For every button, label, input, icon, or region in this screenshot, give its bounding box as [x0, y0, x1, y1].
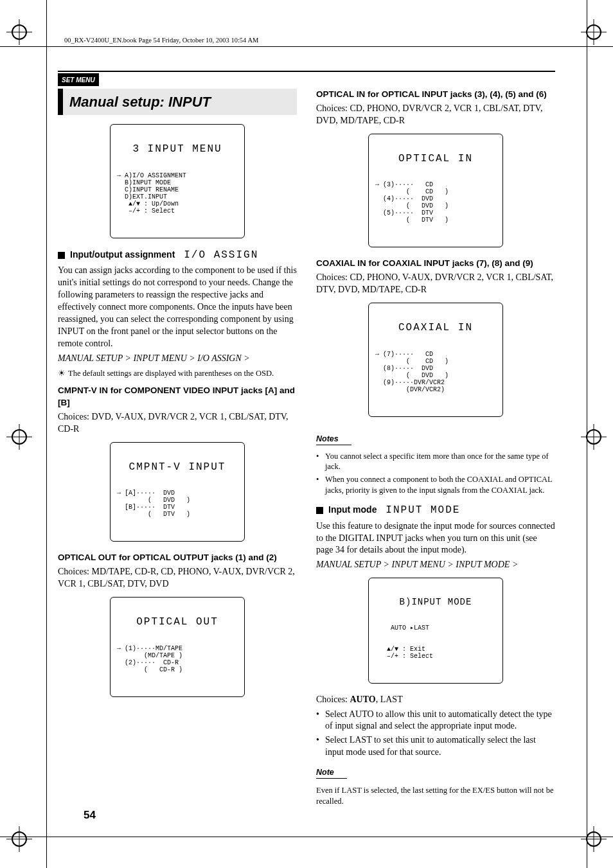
section-rule: [58, 71, 555, 72]
crop-line-left: [46, 0, 47, 868]
optical-in-heading: OPTICAL IN for OPTICAL INPUT jacks (3), …: [316, 89, 555, 100]
osd-title: OPTICAL OUT: [117, 617, 238, 628]
notes-label: Notes: [316, 434, 351, 445]
io-assign-tip: The default settings are displayed with …: [58, 368, 297, 379]
section-bar: SET MENU: [58, 73, 99, 86]
optical-out-choices: Choices: MD/TAPE, CD-R, CD, PHONO, V-AUX…: [58, 566, 297, 590]
input-mode-heading: Input mode INPUT MODE: [316, 504, 555, 518]
io-assign-para: You can assign jacks according to the co…: [58, 265, 297, 350]
right-column: OPTICAL IN for OPTICAL INPUT jacks (3), …: [316, 89, 555, 810]
registration-mark-icon: [6, 424, 32, 450]
osd-body: → (1)·····MD/TAPE (MD/TAPE ) (2)····· CD…: [117, 645, 238, 673]
input-mode-bullets: Select AUTO to allow this unit to automa…: [316, 709, 555, 759]
osd-optical-out: OPTICAL OUT → (1)·····MD/TAPE (MD/TAPE )…: [110, 597, 245, 697]
input-mode-path: MANUAL SETUP > INPUT MENU > INPUT MODE >: [316, 559, 555, 571]
osd-title: B)INPUT MODE: [375, 598, 496, 607]
note-item: You cannot select a specific item more t…: [325, 451, 555, 473]
notes-list: You cannot select a specific item more t…: [316, 451, 555, 497]
registration-mark-icon: [581, 424, 607, 450]
note-label: Note: [316, 767, 347, 779]
osd-title: CMPNT-V INPUT: [117, 462, 238, 474]
input-mode-choices: Choices: AUTO, LAST: [316, 694, 555, 706]
io-assign-mono: I/O ASSIGN: [184, 249, 258, 261]
registration-mark-icon: [581, 826, 607, 852]
crop-line-bottom: [0, 837, 613, 837]
osd-body: → A)I/O ASSIGNMENT B)INPUT MODE C)INPUT …: [117, 172, 238, 215]
optical-in-choices: Choices: CD, PHONO, DVR/VCR 2, VCR 1, CB…: [316, 103, 555, 127]
osd-optical-in: OPTICAL IN → (3)····· CD ( CD ) (4)·····…: [368, 134, 503, 248]
input-mode-para: Use this feature to designate the input …: [316, 520, 555, 557]
optical-out-heading: OPTICAL OUT for OPTICAL OUTPUT jacks (1)…: [58, 552, 297, 563]
input-mode-mono: INPUT MODE: [386, 504, 460, 516]
osd-coaxial-in: COAXIAL IN → (7)····· CD ( CD ) (8)·····…: [368, 303, 503, 417]
osd-title: COAXIAL IN: [375, 323, 496, 334]
crop-line-top: [0, 46, 613, 47]
bullet-item: Select AUTO to allow this unit to automa…: [325, 709, 555, 733]
osd-input-mode: B)INPUT MODE AUTO ▸LAST ▲/▼ : Exit –/+ :…: [368, 578, 503, 683]
cmpnt-heading: CMPNT-V IN for COMPONENT VIDEO INPUT jac…: [58, 385, 297, 408]
cmpnt-choices: Choices: DVD, V-AUX, DVR/VCR 2, VCR 1, C…: [58, 411, 297, 436]
osd-cmpnt: CMPNT-V INPUT → [A]····· DVD ( DVD ) [B]…: [110, 442, 245, 542]
page-title: Manual setup: INPUT: [58, 89, 297, 116]
registration-mark-icon: [6, 826, 32, 852]
osd-input-menu: 3 INPUT MENU → A)I/O ASSIGNMENT B)INPUT …: [110, 124, 245, 238]
osd-title: 3 INPUT MENU: [117, 144, 238, 155]
coaxial-in-choices: Choices: CD, PHONO, V-AUX, DVR/VCR 2, VC…: [316, 272, 555, 296]
note-text: Even if LAST is selected, the last setti…: [316, 785, 555, 807]
io-assign-heading: Input/output assignment I/O ASSIGN: [58, 249, 297, 263]
registration-mark-icon: [581, 19, 607, 45]
osd-body: AUTO ▸LAST ▲/▼ : Exit –/+ : Select: [375, 624, 496, 660]
bullet-item: Select LAST to set this unit to automati…: [325, 734, 555, 759]
osd-title: OPTICAL IN: [375, 154, 496, 165]
registration-mark-icon: [6, 19, 32, 45]
note-item: When you connect a component to both the…: [325, 474, 555, 496]
osd-body: → (7)····· CD ( CD ) (8)····· DVD ( DVD …: [375, 351, 496, 393]
page-number: 54: [84, 808, 96, 823]
osd-body: → (3)····· CD ( CD ) (4)····· DVD ( DVD …: [375, 181, 496, 224]
square-bullet-icon: [58, 252, 65, 259]
osd-body: → [A]····· DVD ( DVD ) [B]····· DTV ( DT…: [117, 490, 238, 518]
coaxial-in-heading: COAXIAL IN for COAXIAL INPUT jacks (7), …: [316, 258, 555, 269]
square-bullet-icon: [316, 507, 323, 514]
io-assign-path: MANUAL SETUP > INPUT MENU > I/O ASSIGN >: [58, 353, 297, 365]
left-column: Manual setup: INPUT 3 INPUT MENU → A)I/O…: [58, 89, 297, 810]
header-meta: 00_RX-V2400U_EN.book Page 54 Friday, Oct…: [64, 36, 258, 45]
